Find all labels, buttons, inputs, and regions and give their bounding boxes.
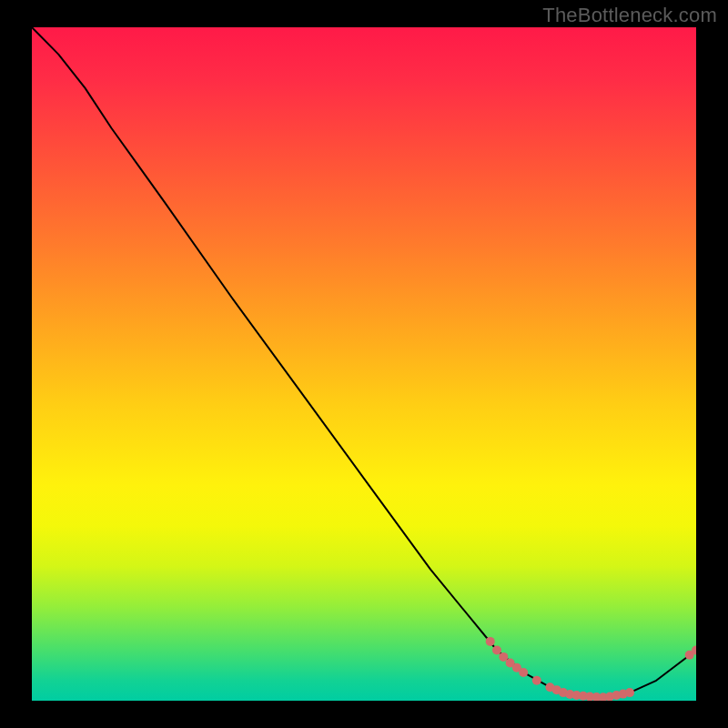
data-marker — [625, 688, 634, 697]
watermark-label: TheBottleneck.com — [542, 4, 717, 27]
marker-group — [486, 637, 696, 701]
data-marker — [519, 668, 528, 677]
chart-svg — [32, 27, 696, 701]
chart-frame: TheBottleneck.com — [0, 0, 728, 728]
bottleneck-curve — [32, 27, 696, 697]
plot-area — [32, 27, 696, 701]
data-marker — [532, 676, 541, 685]
data-marker — [486, 637, 495, 646]
data-marker — [492, 646, 501, 655]
